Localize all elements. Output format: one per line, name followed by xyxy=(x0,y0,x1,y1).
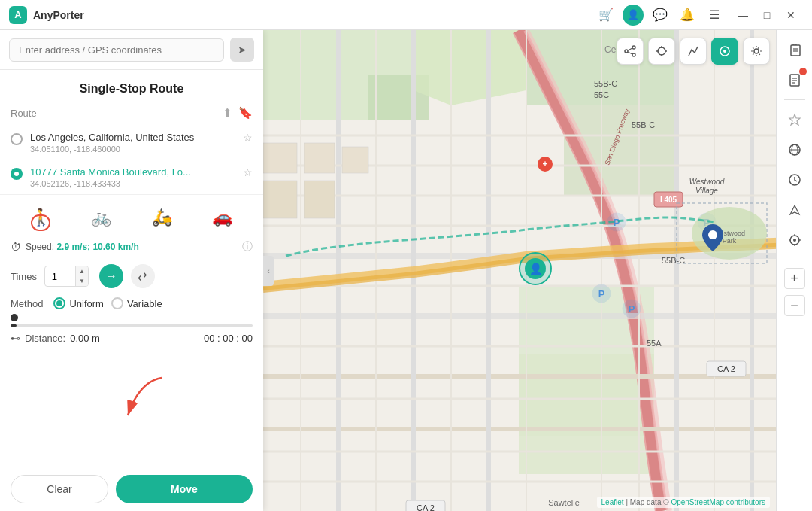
map-area[interactable]: CA 2 CA 2 I 405 55B-C 55C 55B-C 55B-C 55… xyxy=(263,30,812,511)
settings-map-button[interactable] xyxy=(743,38,770,65)
map-top-toolbar xyxy=(617,38,770,65)
svg-line-76 xyxy=(628,52,632,54)
speed-row: ⏱ Speed: 2.9 m/s; 10.60 km/h ⓘ xyxy=(0,237,263,260)
zoom-out-button[interactable]: − xyxy=(784,295,805,316)
right-toolbar: + − xyxy=(776,30,812,511)
variable-radio-outer xyxy=(111,297,123,309)
svg-text:P: P xyxy=(629,303,635,315)
help-icon[interactable]: ⓘ xyxy=(242,240,253,254)
transport-walk-button[interactable]: 🚶 xyxy=(24,202,57,233)
svg-text:55B-C: 55B-C xyxy=(662,256,685,265)
transport-scooter-button[interactable]: 🛵 xyxy=(145,202,178,233)
path-draw-button[interactable] xyxy=(680,38,707,65)
svg-point-74 xyxy=(632,53,635,56)
collapse-panel-button[interactable]: ‹ xyxy=(263,256,274,286)
spin-down-button[interactable]: ▼ xyxy=(76,276,88,286)
target-button[interactable] xyxy=(781,227,808,254)
transport-car-button[interactable]: 🚗 xyxy=(206,202,239,233)
destination-dot xyxy=(11,168,23,180)
spin-up-button[interactable]: ▲ xyxy=(76,266,88,276)
route-section: Single-Stop Route Route ⬆ 🔖 Los Angeles,… xyxy=(0,70,263,467)
user-avatar[interactable]: 👤 xyxy=(623,5,644,26)
svg-point-69 xyxy=(708,230,717,239)
svg-text:55B-C: 55B-C xyxy=(594,79,617,88)
svg-rect-64 xyxy=(304,143,335,173)
search-input[interactable] xyxy=(9,38,224,62)
times-spinner: ▲ ▼ xyxy=(75,266,88,286)
distance-text: Distance: xyxy=(25,333,65,344)
bell-icon[interactable]: 🔔 xyxy=(677,5,698,26)
app-logo: A xyxy=(9,6,27,24)
window-controls: — □ ✕ xyxy=(731,3,803,27)
origin-star-button[interactable]: ☆ xyxy=(243,132,253,144)
destination-pin xyxy=(702,224,723,254)
leaflet-link[interactable]: Leaflet xyxy=(601,498,624,506)
method-variable-radio[interactable]: Variable xyxy=(111,297,162,309)
globe-button[interactable] xyxy=(781,136,808,163)
times-input[interactable] xyxy=(45,269,75,284)
svg-text:Sawtelle: Sawtelle xyxy=(548,498,580,507)
move-button[interactable]: Move xyxy=(116,475,253,503)
transport-bike-button[interactable]: 🚲 xyxy=(85,202,118,233)
destination-coords: 34.052126, -118.433433 xyxy=(30,179,238,188)
svg-text:Westwood: Westwood xyxy=(689,178,725,186)
speed-icon: ⏱ xyxy=(11,241,21,253)
method-uniform-radio[interactable]: Uniform xyxy=(53,297,104,309)
svg-rect-63 xyxy=(263,143,297,173)
svg-text:I 405: I 405 xyxy=(660,196,677,204)
osm-link[interactable]: OpenStreetMap contributors xyxy=(671,498,765,506)
svg-marker-92 xyxy=(789,114,800,125)
svg-text:Park: Park xyxy=(723,237,737,245)
menu-icon[interactable]: ☰ xyxy=(704,5,725,26)
maximize-button[interactable]: □ xyxy=(755,3,779,27)
history-button[interactable] xyxy=(781,166,808,193)
uniform-radio-inner xyxy=(56,300,62,306)
svg-rect-66 xyxy=(263,181,297,218)
svg-text:CA 2: CA 2 xyxy=(417,503,435,511)
bookmark-icon[interactable]: 🔖 xyxy=(238,106,253,120)
search-submit-button[interactable]: ➤ xyxy=(230,38,254,62)
progress-bar-track[interactable] xyxy=(11,324,253,327)
times-label: Times xyxy=(11,271,37,282)
svg-rect-67 xyxy=(304,181,335,218)
time-value: 00 : 00 : 00 xyxy=(204,333,253,344)
svg-marker-97 xyxy=(790,205,799,214)
active-tool-button[interactable] xyxy=(711,38,738,65)
origin-waypoint: Los Angeles, California, United States 3… xyxy=(0,126,263,160)
clipboard-button[interactable] xyxy=(781,36,808,63)
export-icon[interactable]: ⬆ xyxy=(223,106,232,120)
origin-info: Los Angeles, California, United States 3… xyxy=(30,132,238,154)
left-panel: ➤ Single-Stop Route Route ⬆ 🔖 Los Angele… xyxy=(0,30,263,511)
transport-modes: 🚶 🚲 🛵 🚗 xyxy=(0,195,263,237)
cart-icon[interactable]: 🛒 xyxy=(595,5,617,26)
clipboard2-button[interactable] xyxy=(781,66,808,93)
destination-info: 10777 Santa Monica Boulevard, Lo... 34.0… xyxy=(30,166,238,188)
close-button[interactable]: ✕ xyxy=(779,3,803,27)
svg-point-84 xyxy=(754,49,759,53)
loop-button[interactable]: → xyxy=(99,264,123,288)
share-map-button[interactable] xyxy=(617,38,644,65)
crosshair-map-button[interactable] xyxy=(648,38,675,65)
zoom-in-button[interactable]: + xyxy=(784,268,805,289)
destination-star-button[interactable]: ☆ xyxy=(243,166,253,178)
arrow-up-button[interactable] xyxy=(781,196,808,224)
route-title: Single-Stop Route xyxy=(0,82,263,96)
toolbar-separator-2 xyxy=(784,260,805,260)
svg-text:CA 2: CA 2 xyxy=(717,364,735,373)
clear-button[interactable]: Clear xyxy=(11,475,108,503)
distance-row: ⊷ Distance: 0.00 m 00 : 00 : 00 xyxy=(0,330,263,350)
svg-text:Village: Village xyxy=(695,187,718,195)
active-indicator xyxy=(31,214,50,231)
svg-point-72 xyxy=(632,46,635,49)
svg-rect-65 xyxy=(342,147,368,173)
variable-label: Variable xyxy=(127,298,162,309)
chat-icon[interactable]: 💬 xyxy=(650,5,671,26)
times-input-wrap: ▲ ▼ xyxy=(44,266,89,287)
times-row: Times ▲ ▼ → ⇄ xyxy=(0,260,263,293)
svg-rect-85 xyxy=(791,45,800,56)
svg-point-83 xyxy=(723,50,726,53)
minimize-button[interactable]: — xyxy=(731,3,755,27)
svg-line-75 xyxy=(628,48,632,50)
star-button[interactable] xyxy=(781,106,808,133)
loop2-button[interactable]: ⇄ xyxy=(131,264,155,288)
